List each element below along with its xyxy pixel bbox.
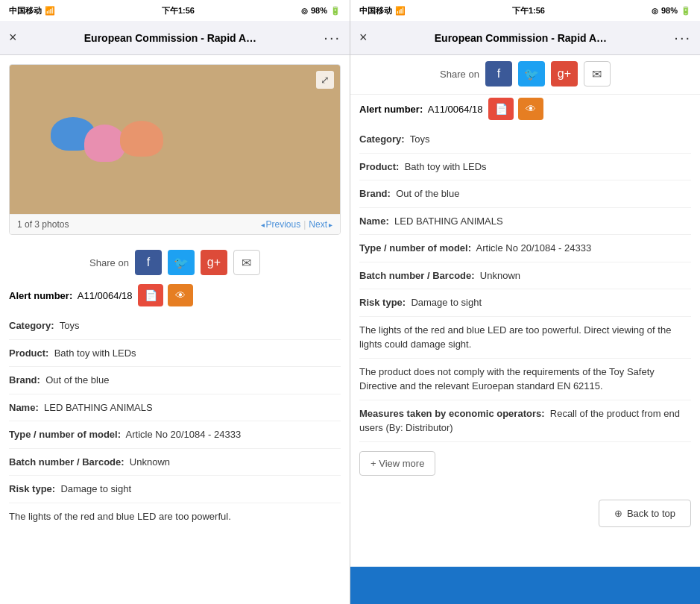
googleplus-share-button-right[interactable]: g+ <box>551 61 578 86</box>
battery-icon-left: 🔋 <box>330 6 341 16</box>
photo-gallery: ⤢ 1 of 3 photos Previous | Next <box>9 64 341 235</box>
alert-number-value-left: A11/0064/18 <box>78 290 133 301</box>
alert-row-right: Alert number: A11/0064/18 📄 👁 <box>350 95 700 126</box>
expand-icon: ⤢ <box>321 74 329 86</box>
expand-button[interactable]: ⤢ <box>316 71 334 89</box>
barcode-label-left: Batch number / Barcode: <box>9 456 124 468</box>
model-value-right: Article No 20/1084 - 24333 <box>476 242 592 254</box>
next-button[interactable]: Next <box>309 219 332 230</box>
twitter-share-button-right[interactable]: 🐦 <box>518 61 545 86</box>
model-label-right: Type / number of model: <box>359 242 471 254</box>
barcode-label-right: Batch number / Barcode: <box>359 270 475 281</box>
time-left: 下午1:56 <box>162 5 195 16</box>
wifi-icon-left: 📶 <box>45 6 55 16</box>
share-label-right: Share on <box>440 69 479 80</box>
battery-icon-right: 🔋 <box>681 6 691 16</box>
measures-label-right: Measures taken by economic operators: <box>359 408 545 419</box>
alert-number-value-right: A11/0064/18 <box>428 104 483 115</box>
back-to-top-button[interactable]: Back to top <box>599 500 691 527</box>
product-label-left: Product: <box>9 347 48 359</box>
nav-arrows: Previous | Next <box>261 219 333 230</box>
close-button-left[interactable]: × <box>9 30 17 45</box>
facebook-icon-right: f <box>497 67 500 81</box>
view-more-label: + View more <box>371 458 424 469</box>
view-icon-right: 👁 <box>526 103 536 115</box>
back-to-top-container: Back to top <box>350 491 700 536</box>
back-to-top-label: Back to top <box>627 508 675 519</box>
share-row-right: Share on f 🐦 g+ ✉ <box>350 55 700 95</box>
risk-value-left: Damage to sight <box>60 483 131 494</box>
category-row-left: Category: Toys <box>9 312 341 340</box>
close-button-right[interactable]: × <box>359 30 368 45</box>
status-bar-right: 中国移动 📶 下午1:56 ◎ 98% 🔋 <box>350 0 700 21</box>
share-row-left: Share on f 🐦 g+ ✉ <box>0 244 350 281</box>
facebook-share-button-left[interactable]: f <box>135 250 162 275</box>
status-left-right: 中国移动 📶 <box>359 5 406 16</box>
risk-type-row-right: Risk type: Damage to sight <box>359 289 691 317</box>
risk-desc2-right: The product does not comply with the req… <box>359 359 691 400</box>
browser-bar-left: × European Commission - Rapid A… ··· <box>0 21 350 55</box>
barcode-row-right: Batch number / Barcode: Unknown <box>359 262 691 290</box>
view-button-left[interactable]: 👁 <box>168 284 193 306</box>
carrier-right: 中国移动 <box>359 5 392 16</box>
pdf-icon-right: 📄 <box>495 103 508 115</box>
content-left: ⤢ 1 of 3 photos Previous | Next <box>0 55 350 604</box>
category-label-right: Category: <box>359 133 405 145</box>
brand-row-left: Brand: Out of the blue <box>9 367 341 394</box>
barcode-value-left: Unknown <box>130 456 170 468</box>
email-icon-left: ✉ <box>242 256 251 270</box>
info-section-left: Category: Toys Product: Bath toy with LE… <box>0 312 350 529</box>
brand-label-left: Brand: <box>9 374 40 386</box>
twitter-share-button-left[interactable]: 🐦 <box>168 250 195 275</box>
alert-row-left: Alert number: A11/0064/18 📄 👁 <box>0 281 350 312</box>
toy-orange <box>120 121 163 157</box>
pdf-icon-left: 📄 <box>145 289 157 301</box>
name-value-left: LED BATHING ANIMALS <box>44 402 153 413</box>
googleplus-share-button-left[interactable]: g+ <box>201 250 227 275</box>
share-label-left: Share on <box>89 257 129 268</box>
time-right: 下午1:56 <box>512 5 545 16</box>
battery-text-right: 98% <box>661 6 678 15</box>
status-left: 中国移动 📶 <box>9 5 55 16</box>
more-button-right[interactable]: ··· <box>674 29 691 46</box>
risk-row-left: Risk type: Damage to sight <box>9 476 341 503</box>
facebook-icon-left: f <box>147 256 150 269</box>
category-value-right: Toys <box>410 133 430 145</box>
pdf-button-right[interactable]: 📄 <box>488 98 514 120</box>
risk-value-right: Damage to sight <box>411 297 482 308</box>
view-more-button[interactable]: + View more <box>359 451 435 476</box>
alert-number-label-right: Alert number: A11/0064/18 <box>359 104 482 115</box>
risk-label-right: Risk type: <box>359 297 406 308</box>
category-label-left: Category: <box>9 320 54 331</box>
photo-count: 1 of 3 photos <box>17 219 69 230</box>
googleplus-icon-left: g+ <box>207 256 221 269</box>
model-row-right: Type / number of model: Article No 20/10… <box>359 235 691 262</box>
pdf-button-left[interactable]: 📄 <box>138 284 163 306</box>
risk-desc-left: The lights of the red and blue LED are t… <box>9 503 341 530</box>
category-row-right: Category: Toys <box>359 126 691 154</box>
facebook-share-button-right[interactable]: f <box>485 61 512 86</box>
twitter-icon-left: 🐦 <box>174 256 189 270</box>
name-row-right: Name: LED BATHING ANIMALS <box>359 208 691 236</box>
name-row-left: Name: LED BATHING ANIMALS <box>9 394 341 422</box>
email-icon-right: ✉ <box>592 67 602 81</box>
gps-icon-left: ◎ <box>301 7 308 15</box>
alert-number-label-left: Alert number: A11/0064/18 <box>9 290 132 301</box>
email-share-button-left[interactable]: ✉ <box>233 250 260 275</box>
measures-row-right: Measures taken by economic operators: Re… <box>359 400 691 442</box>
battery-text-left: 98% <box>311 6 327 15</box>
more-button-left[interactable]: ··· <box>324 29 341 46</box>
view-button-right[interactable]: 👁 <box>518 98 543 120</box>
product-label-right: Product: <box>359 161 399 172</box>
status-right-right: ◎ 98% 🔋 <box>652 6 691 16</box>
name-value-right: LED BATHING ANIMALS <box>394 216 503 227</box>
product-value-left: Bath toy with LEDs <box>54 347 136 359</box>
prev-button[interactable]: Previous <box>261 219 301 230</box>
browser-bar-right: × European Commission - Rapid A… ··· <box>350 21 700 55</box>
photo-navigation: 1 of 3 photos Previous | Next <box>10 214 340 234</box>
brand-label-right: Brand: <box>359 188 391 199</box>
googleplus-icon-right: g+ <box>558 67 571 81</box>
left-phone: 中国移动 📶 下午1:56 ◎ 98% 🔋 × European Commiss… <box>0 0 350 604</box>
email-share-button-right[interactable]: ✉ <box>584 61 611 86</box>
model-label-left: Type / number of model: <box>9 429 121 440</box>
